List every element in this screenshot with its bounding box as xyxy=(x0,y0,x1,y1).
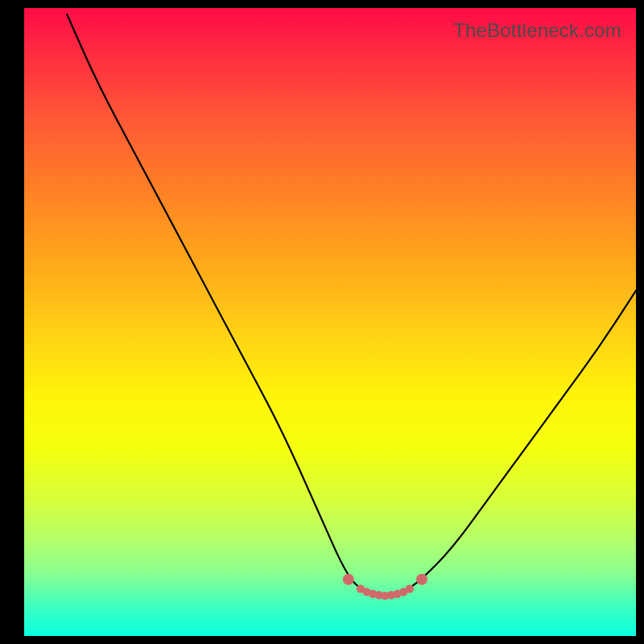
trough-markers xyxy=(343,574,427,601)
plot-area: TheBottleneck.com xyxy=(24,8,636,636)
curve-svg xyxy=(24,8,636,636)
bottleneck-curve xyxy=(67,14,636,597)
chart-container: TheBottleneck.com xyxy=(0,0,644,644)
trough-marker xyxy=(406,584,414,592)
trough-marker xyxy=(343,574,354,585)
trough-marker xyxy=(416,574,427,585)
